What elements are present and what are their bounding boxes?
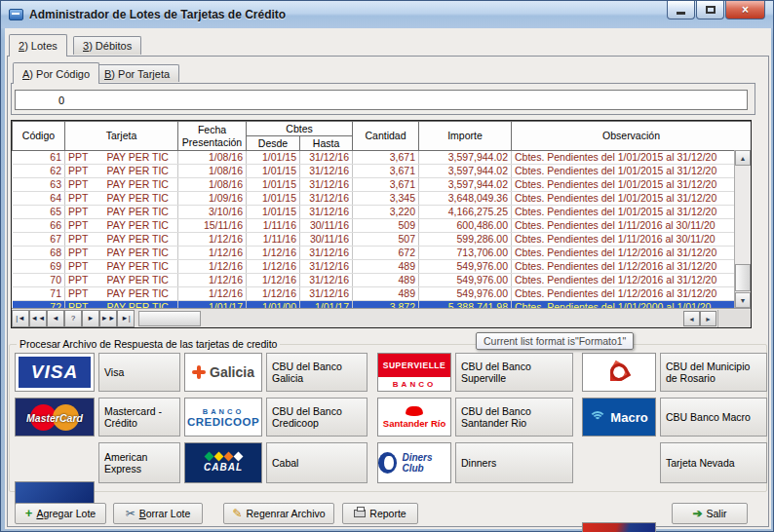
cell-cantidad: 3,671 bbox=[353, 178, 419, 192]
grid-row[interactable]: 71PPTPAY PER TIC1/12/161/12/1631/12/1648… bbox=[13, 287, 752, 301]
cell-cantidad: 672 bbox=[353, 247, 419, 260]
cell-desde: 1/12/16 bbox=[247, 274, 300, 287]
cell-codigo: 71 bbox=[13, 287, 65, 301]
tab-por-codigo[interactable]: A) Por Código bbox=[13, 62, 99, 84]
cell-fecha: 1/08/16 bbox=[178, 151, 247, 165]
municipio-rosario-logo bbox=[582, 353, 656, 392]
cell-observacion: Cbtes. Pendientes del 1/12/2016 al 31/12… bbox=[512, 260, 752, 274]
close-button[interactable]: × bbox=[725, 1, 765, 19]
cell-observacion: Cbtes. Pendientes del 1/01/2015 al 31/12… bbox=[512, 165, 752, 178]
vertical-scrollbar[interactable]: ▲ ▼ bbox=[734, 150, 751, 308]
visa-button[interactable]: Visa bbox=[98, 353, 180, 392]
cell-tarjeta_nombre: PAY PER TIC bbox=[104, 192, 178, 206]
reporte-button[interactable]: Reporte bbox=[342, 503, 418, 524]
cell-fecha: 3/10/16 bbox=[178, 206, 247, 219]
maximize-button[interactable] bbox=[696, 1, 724, 19]
american-express-button[interactable]: American Express bbox=[98, 442, 180, 483]
nav-last-button[interactable]: ►| bbox=[117, 310, 135, 327]
cbu-banco-santander-rio-button[interactable]: CBU del Banco Santander Rio bbox=[455, 398, 573, 437]
nav-search-button[interactable]: ? bbox=[64, 310, 82, 327]
cbu-banco-macro-button[interactable]: CBU Banco Macro bbox=[660, 398, 767, 437]
salir-button[interactable]: ➔ Salir bbox=[672, 503, 748, 524]
banco-santander-rio-logo: Santander Río bbox=[377, 398, 451, 437]
borrar-lote-button[interactable]: ✂ Borrar Lote bbox=[113, 503, 203, 524]
macro-logo-text: Macro bbox=[610, 410, 647, 425]
grid-row[interactable]: 63PPTPAY PER TIC1/08/161/01/1531/12/163,… bbox=[13, 178, 752, 192]
grid-row[interactable]: 61PPTPAY PER TIC1/08/161/01/1531/12/163,… bbox=[13, 151, 752, 165]
cell-cantidad: 3,671 bbox=[353, 151, 419, 165]
cell-hasta: 31/12/16 bbox=[300, 151, 353, 165]
cell-observacion: Cbtes. Pendientes del 1/11/2016 al 30/11… bbox=[512, 233, 752, 247]
scroll-up-button[interactable]: ▲ bbox=[735, 150, 751, 166]
nav-first-button[interactable]: |◄ bbox=[12, 310, 29, 327]
grid-row[interactable]: 65PPTPAY PER TIC3/10/161/01/1531/12/163,… bbox=[13, 206, 752, 219]
grid-row[interactable]: 69PPTPAY PER TIC1/12/161/12/1631/12/1648… bbox=[13, 260, 752, 274]
santander-flame-icon bbox=[406, 406, 423, 416]
grid-row[interactable]: 66PPTPAY PER TIC15/11/161/11/1630/11/165… bbox=[13, 219, 752, 233]
nav-prior-button[interactable]: ◄ bbox=[47, 310, 64, 327]
tab-lotes-label: 2) Lotes bbox=[19, 40, 58, 52]
grid-row[interactable]: 70PPTPAY PER TIC1/12/161/12/1631/12/1648… bbox=[13, 274, 752, 287]
cell-observacion: Cbtes. Pendientes del 1/01/2015 al 31/12… bbox=[512, 151, 752, 165]
cell-desde: 1/01/15 bbox=[247, 192, 300, 206]
credicoop-logo-text: CREDICOOP bbox=[187, 416, 259, 428]
visa-logo: VISA bbox=[15, 353, 95, 392]
cell-importe: 600,486.00 bbox=[419, 219, 512, 233]
tab-debitos-label: 3) Débitos bbox=[83, 40, 132, 52]
cell-tarjeta_nombre: PAY PER TIC bbox=[104, 178, 178, 192]
grid-row[interactable]: 68PPTPAY PER TIC1/12/161/12/1631/12/1667… bbox=[13, 247, 752, 260]
cell-tarjeta_sigla: PPT bbox=[65, 192, 104, 206]
cabal-logo-text: CABAL bbox=[204, 462, 243, 473]
tab-por-tarjeta-label: B) Por Tarjeta bbox=[104, 68, 170, 80]
tab-por-tarjeta[interactable]: B) Por Tarjeta bbox=[95, 64, 179, 82]
grid-row[interactable]: 67PPTPAY PER TIC1/12/161/11/1630/11/1650… bbox=[13, 233, 752, 247]
diners-logo-text: Diners Club bbox=[402, 452, 450, 474]
cbu-banco-galicia-button[interactable]: CBU del Banco Galicia bbox=[266, 353, 368, 392]
cbu-banco-credicoop-button[interactable]: CBU del Banco Credicoop bbox=[266, 398, 368, 437]
code-filter-box[interactable] bbox=[15, 90, 748, 110]
code-filter-input[interactable] bbox=[16, 95, 64, 106]
vertical-scrollbar-thumb[interactable] bbox=[735, 264, 751, 291]
grid-row[interactable]: 64PPTPAY PER TIC1/09/161/01/1531/12/163,… bbox=[13, 192, 752, 206]
cell-desde: 1/12/16 bbox=[247, 247, 300, 260]
dinners-button[interactable]: Dinners bbox=[455, 442, 573, 483]
cell-cantidad: 3,345 bbox=[353, 192, 419, 206]
grid-row[interactable]: 62PPTPAY PER TIC1/08/161/01/1531/12/163,… bbox=[13, 165, 752, 178]
regenerar-archivo-button[interactable]: ✎ Regenrar Archivo bbox=[223, 503, 334, 524]
cell-tarjeta_nombre: PAY PER TIC bbox=[104, 233, 178, 247]
horizontal-scrollbar-thumb[interactable] bbox=[138, 311, 201, 326]
agregar-lote-label: Agregar Lote bbox=[36, 508, 96, 519]
cell-cantidad: 3,671 bbox=[353, 165, 419, 178]
scroll-left-button[interactable]: ◄ bbox=[683, 311, 700, 326]
mastercard-credito-button[interactable]: Mastercard - Crédito bbox=[98, 398, 180, 437]
cabal-button[interactable]: Cabal bbox=[266, 442, 368, 483]
cell-fecha: 1/12/16 bbox=[178, 274, 247, 287]
nav-next-page-button[interactable]: ►► bbox=[99, 310, 117, 327]
cell-hasta: 31/12/16 bbox=[300, 247, 353, 260]
minimize-button[interactable] bbox=[667, 1, 695, 19]
nav-next-button[interactable]: ► bbox=[82, 310, 99, 327]
cell-tarjeta_nombre: PAY PER TIC bbox=[104, 206, 178, 219]
nav-prior-page-button[interactable]: ◄◄ bbox=[29, 310, 47, 327]
cell-codigo: 62 bbox=[13, 165, 65, 178]
title-bar[interactable]: Administrador de Lotes de Tarjetas de Cr… bbox=[1, 1, 773, 28]
cell-tarjeta_nombre: PAY PER TIC bbox=[104, 219, 178, 233]
cell-importe: 3,597,944.02 bbox=[419, 165, 512, 178]
supervielle-logo-text: SUPERVIELLE bbox=[378, 354, 450, 377]
cell-cantidad: 489 bbox=[353, 260, 419, 274]
mastercard-logo-text: MasterCard bbox=[16, 412, 94, 424]
client-area: 2) Lotes 3) Débitos A) Por Código B) Por… bbox=[5, 28, 771, 529]
cbu-banco-supervielle-button[interactable]: CBU del Banco Superville bbox=[455, 353, 573, 392]
tab-lotes[interactable]: 2) Lotes bbox=[9, 34, 67, 57]
agregar-lote-button[interactable]: + Agregar Lote bbox=[15, 503, 106, 524]
scroll-right-button[interactable]: ► bbox=[700, 311, 716, 326]
cell-codigo: 63 bbox=[13, 178, 65, 192]
tarjeta-nevada-button[interactable]: Tarjeta Nevada bbox=[660, 442, 767, 483]
col-header-observacion: Observación bbox=[512, 122, 752, 151]
cell-desde: 1/01/15 bbox=[247, 206, 300, 219]
tab-debitos[interactable]: 3) Débitos bbox=[73, 36, 141, 55]
pencil-icon: ✎ bbox=[232, 507, 242, 520]
cbu-municipio-rosario-button[interactable]: CBU del Municipio de Rosario bbox=[660, 353, 767, 392]
cell-observacion: Cbtes. Pendientes del 1/12/2016 al 31/12… bbox=[512, 274, 752, 287]
scroll-down-button[interactable]: ▼ bbox=[735, 292, 751, 308]
